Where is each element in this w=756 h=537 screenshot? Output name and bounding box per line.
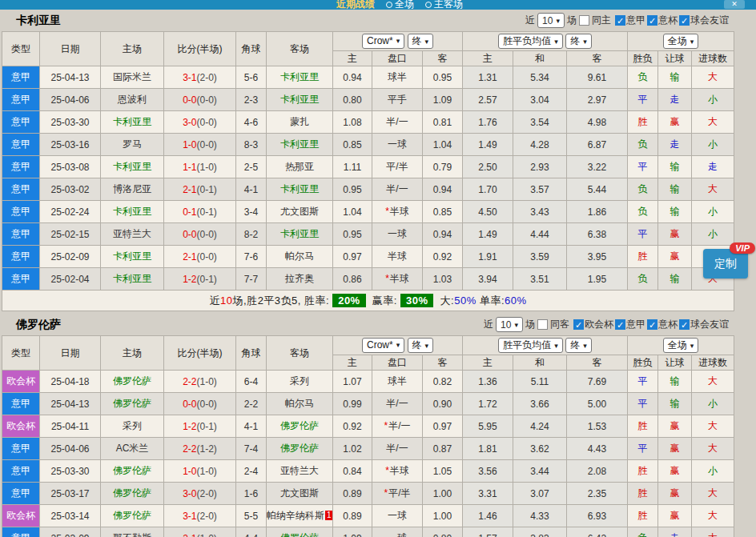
same-venue-checkbox[interactable]: [579, 15, 589, 26]
col-handicap: 盘口: [372, 355, 423, 371]
away-team[interactable]: 采列: [267, 371, 333, 393]
away-team[interactable]: 尤文图斯: [267, 483, 333, 505]
topbar-option-fullmatch[interactable]: 全场: [386, 0, 414, 10]
home-team[interactable]: 卡利亚里: [101, 268, 164, 291]
match-date: 25-03-16: [40, 134, 101, 156]
league-badge[interactable]: 意甲: [2, 527, 40, 537]
home-team[interactable]: 卡利亚里: [101, 246, 164, 268]
league-badge[interactable]: 意甲: [2, 268, 40, 291]
topbar-option-homeaway[interactable]: 主客场: [425, 0, 463, 10]
match-date: 25-02-15: [40, 223, 101, 246]
corners: 4-4: [236, 527, 267, 537]
home-team[interactable]: 卡利亚里: [101, 111, 164, 134]
home-team[interactable]: 佛罗伦萨: [101, 460, 164, 483]
league-badge[interactable]: 意甲: [2, 178, 40, 201]
match-count-select[interactable]: 10▾: [496, 317, 523, 332]
summary-count: 10: [220, 295, 232, 307]
home-team[interactable]: 那不勒斯: [101, 527, 164, 537]
league-badge[interactable]: 欧会杯: [2, 371, 40, 393]
euro-home: 1.49: [463, 223, 513, 246]
customize-button[interactable]: 定制 VIP: [703, 249, 748, 279]
home-team[interactable]: 佛罗伦萨: [101, 393, 164, 415]
home-team[interactable]: 国际米兰: [101, 66, 164, 89]
home-team[interactable]: 恩波利: [101, 89, 164, 111]
home-team[interactable]: 佛罗伦萨: [101, 483, 164, 505]
league-badge[interactable]: 意甲: [2, 483, 40, 505]
euro-away: 7.69: [567, 371, 628, 393]
league-checkbox[interactable]: ✓: [679, 15, 690, 26]
league-badge[interactable]: 意甲: [2, 223, 40, 246]
away-team[interactable]: 卡利亚里: [267, 178, 333, 201]
europe-odds-select[interactable]: 胜平负均值▾: [498, 34, 563, 49]
league-badge[interactable]: 意甲: [2, 134, 40, 156]
away-team[interactable]: 帕尔马: [267, 246, 333, 268]
league-badge[interactable]: 意甲: [2, 460, 40, 483]
match-date: 25-03-30: [40, 460, 101, 483]
league-badge[interactable]: 意甲: [2, 89, 40, 111]
away-team[interactable]: 佛罗伦萨: [267, 527, 333, 537]
away-team[interactable]: 卡利亚里: [267, 134, 333, 156]
topbar-title: 近期战绩: [336, 0, 375, 10]
away-team[interactable]: 佛罗伦萨: [267, 438, 333, 460]
away-team[interactable]: 热那亚: [267, 156, 333, 178]
vip-badge: VIP: [730, 242, 755, 254]
match-row: 意甲25-03-16罗马1-0(0-0)8-3卡利亚里0.85一球1.041.4…: [2, 134, 734, 156]
odds-source-select[interactable]: Crow*▾: [362, 34, 404, 49]
league-badge[interactable]: 欧会杯: [2, 415, 40, 438]
league-checkbox[interactable]: ✓: [647, 15, 657, 26]
league-badge[interactable]: 意甲: [2, 201, 40, 223]
league-badge[interactable]: 意甲: [2, 393, 40, 415]
league-badge[interactable]: 意甲: [2, 111, 40, 134]
odds-time-select[interactable]: 终▾: [408, 338, 434, 353]
handicap-line: *半/一: [372, 415, 423, 438]
home-team[interactable]: 博洛尼亚: [101, 178, 164, 201]
home-team[interactable]: 卡利亚里: [101, 156, 164, 178]
away-team[interactable]: 佛罗伦萨: [267, 415, 333, 438]
home-team[interactable]: 卡利亚里: [101, 201, 164, 223]
match-count-select[interactable]: 10▾: [537, 13, 565, 28]
euro-draw: 3.07: [513, 483, 567, 505]
away-team[interactable]: 帕尔马: [267, 393, 333, 415]
league-badge[interactable]: 欧会杯: [2, 505, 40, 527]
home-team[interactable]: 罗马: [101, 134, 164, 156]
europe-time-select[interactable]: 终▾: [565, 338, 592, 353]
odds-away: 0.82: [423, 371, 463, 393]
close-icon[interactable]: ✕: [724, 0, 745, 9]
odds-source-select[interactable]: Crow*▾: [362, 338, 404, 353]
away-team[interactable]: 蒙扎: [267, 111, 333, 134]
away-team[interactable]: 帕纳辛纳科斯1: [267, 505, 333, 527]
scope-select[interactable]: 全场▾: [663, 34, 699, 49]
odds-time-select[interactable]: 终▾: [408, 34, 434, 49]
home-team[interactable]: 采列: [101, 415, 164, 438]
away-team[interactable]: 卡利亚里: [267, 223, 333, 246]
away-team[interactable]: 拉齐奥: [267, 268, 333, 291]
home-team[interactable]: AC米兰: [101, 438, 164, 460]
league-checkbox[interactable]: ✓: [647, 319, 657, 330]
europe-time-select[interactable]: 终▾: [565, 34, 592, 49]
result-wdl: 胜: [628, 111, 658, 134]
away-team[interactable]: 卡利亚里: [267, 66, 333, 89]
league-badge[interactable]: 意甲: [2, 438, 40, 460]
league-checkbox[interactable]: ✓: [679, 319, 690, 330]
away-team[interactable]: 亚特兰大: [267, 460, 333, 483]
odds-home: 0.80: [333, 89, 372, 111]
result-wdl: 胜: [628, 505, 658, 527]
league-checkbox[interactable]: ✓: [573, 319, 584, 330]
away-team[interactable]: 尤文图斯: [267, 201, 333, 223]
same-venue-checkbox[interactable]: [537, 319, 548, 330]
league-badge[interactable]: 意甲: [2, 66, 40, 89]
home-team[interactable]: 佛罗伦萨: [101, 505, 164, 527]
corners: 2-5: [236, 156, 267, 178]
away-team[interactable]: 卡利亚里: [267, 89, 333, 111]
home-team[interactable]: 亚特兰大: [101, 223, 164, 246]
match-row: 意甲25-02-04卡利亚里1-2(0-1)7-7拉齐奥0.86*半球1.033…: [2, 268, 734, 291]
euro-away: 4.43: [567, 438, 628, 460]
league-checkbox[interactable]: ✓: [615, 15, 625, 26]
result-wdl: 负: [628, 268, 658, 291]
home-team[interactable]: 佛罗伦萨: [101, 371, 164, 393]
league-checkbox[interactable]: ✓: [615, 319, 625, 330]
league-badge[interactable]: 意甲: [2, 156, 40, 178]
scope-select[interactable]: 全场▾: [663, 338, 699, 353]
league-badge[interactable]: 意甲: [2, 246, 40, 268]
europe-odds-select[interactable]: 胜平负均值▾: [498, 338, 563, 353]
